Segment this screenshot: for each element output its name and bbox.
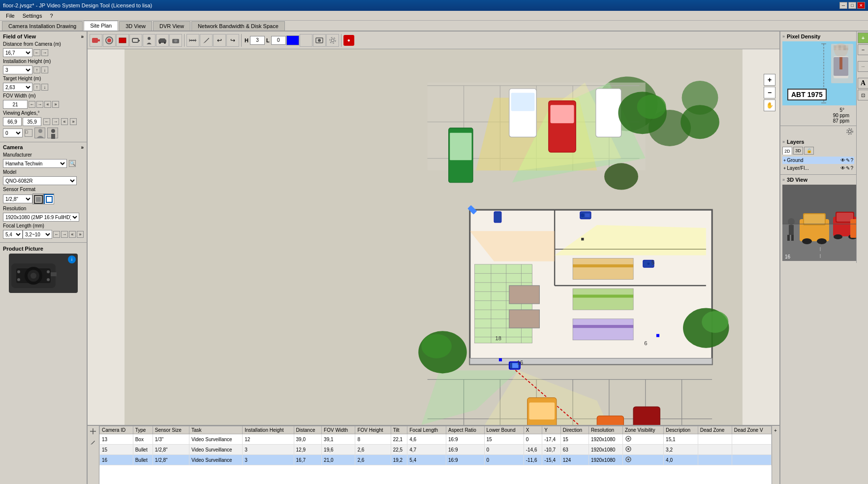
toolbar-settings-btn[interactable] bbox=[326, 34, 339, 47]
install-height-down-btn[interactable]: ↓ bbox=[41, 66, 48, 73]
layer-floor-help-icon[interactable]: ? bbox=[850, 165, 853, 171]
focal-length-range-select[interactable]: 3,2~10 bbox=[23, 230, 52, 239]
angle-left2-btn[interactable]: « bbox=[61, 118, 68, 125]
right-remove-btn[interactable]: − bbox=[858, 44, 868, 55]
close-button[interactable]: ✕ bbox=[857, 2, 865, 9]
focal-length-select[interactable]: 5,4 bbox=[3, 230, 23, 239]
color-picker[interactable] bbox=[286, 35, 299, 45]
menu-settings[interactable]: Settings bbox=[19, 12, 46, 20]
tab-dvr-view[interactable]: DVR View bbox=[153, 21, 190, 31]
fov-width-right-btn[interactable]: → bbox=[36, 101, 43, 108]
layer-ground-help-icon[interactable]: ? bbox=[850, 158, 853, 163]
toolbar-draw-btn[interactable] bbox=[200, 34, 213, 47]
person-icon2[interactable] bbox=[47, 128, 58, 138]
expand-icon[interactable]: » bbox=[782, 34, 785, 39]
maximize-button[interactable]: □ bbox=[848, 2, 856, 9]
minimize-button[interactable]: ─ bbox=[839, 2, 847, 9]
toolbar-btn-car[interactable] bbox=[156, 34, 169, 47]
toolbar-camera-view-btn[interactable] bbox=[313, 34, 326, 47]
viewing-angle1-input[interactable] bbox=[3, 117, 22, 126]
install-height-up-btn[interactable]: ↑ bbox=[33, 66, 40, 73]
height-input[interactable]: 3 bbox=[250, 36, 265, 45]
layer-ground[interactable]: + Ground 👁 ✎ ? bbox=[782, 157, 854, 164]
layers-lock-btn[interactable]: 🔒 bbox=[804, 147, 814, 155]
length-input[interactable]: 0 bbox=[271, 36, 286, 45]
table-add-row-btn[interactable] bbox=[88, 426, 98, 437]
fov-width-left2-btn[interactable]: « bbox=[44, 101, 51, 108]
toolbar-btn-camera1[interactable] bbox=[90, 34, 102, 47]
table-scroll-area[interactable]: Camera ID Type Sensor Size Task Installa… bbox=[99, 426, 772, 484]
pd-settings-btn[interactable] bbox=[845, 127, 854, 136]
angle-right2-btn[interactable]: » bbox=[70, 118, 77, 125]
fov-width-left-btn[interactable]: ← bbox=[29, 101, 35, 108]
menu-help[interactable]: ? bbox=[46, 12, 57, 20]
table-row[interactable]: 13Box1/3"Video Surveillance1239,039,1822… bbox=[100, 434, 772, 445]
focal-right-btn[interactable]: → bbox=[61, 231, 68, 238]
resolution-select[interactable]: 1920x1080 (2MP 16:9 FullHD) bbox=[3, 213, 79, 222]
tab-3d-view[interactable]: 3D View bbox=[119, 21, 152, 31]
tab-site-plan[interactable]: Site Plan bbox=[84, 21, 118, 31]
toolbar-btn-camera2[interactable] bbox=[103, 34, 116, 47]
layer-floor-expand[interactable]: + bbox=[783, 166, 786, 171]
view3d-expand-icon[interactable]: » bbox=[782, 177, 785, 182]
menu-file[interactable]: File bbox=[2, 12, 19, 20]
camera-collapse-btn[interactable]: » bbox=[81, 145, 84, 150]
layers-2d-btn[interactable]: 2D bbox=[782, 147, 792, 155]
viewing-angle2-input[interactable] bbox=[23, 117, 41, 126]
person-scale-select[interactable]: 0 bbox=[3, 129, 23, 137]
right-text-btn[interactable]: A bbox=[858, 78, 868, 89]
layer-ground-edit-icon[interactable]: ✎ bbox=[846, 158, 850, 163]
target-height-select[interactable]: 2,63 bbox=[3, 83, 32, 92]
distance-select[interactable]: 16,7 bbox=[3, 48, 32, 57]
view3d-canvas[interactable]: 16 bbox=[782, 185, 856, 261]
table-row[interactable]: 15Bullet1/2,8"Video Surveillance312,919,… bbox=[100, 445, 772, 455]
right-add-btn[interactable]: + bbox=[858, 32, 868, 43]
focal-left-btn[interactable]: ← bbox=[53, 231, 60, 238]
distance-left-btn[interactable]: ← bbox=[33, 49, 40, 56]
layer-floor-visible-icon[interactable]: 👁 bbox=[840, 165, 845, 171]
zoom-out-btn[interactable]: − bbox=[764, 87, 775, 98]
site-plan-canvas[interactable]: 18 16 6 5 ■ + − ✋ bbox=[88, 49, 779, 425]
table-edit-btn[interactable] bbox=[88, 437, 98, 448]
layers-3d-btn[interactable]: 3D bbox=[793, 147, 803, 155]
person-toggle-btn[interactable]: □ bbox=[25, 129, 32, 137]
pan-btn[interactable]: ✋ bbox=[764, 99, 775, 111]
sensor-icon2[interactable] bbox=[43, 194, 54, 204]
angle-left-btn[interactable]: ← bbox=[43, 118, 50, 125]
focal-right2-btn[interactable]: » bbox=[77, 231, 84, 238]
toolbar-btn-rect[interactable] bbox=[116, 34, 129, 47]
table-row[interactable]: 16Bullet1/2,8"Video Surveillance316,721,… bbox=[100, 455, 772, 465]
toolbar-color2-btn[interactable] bbox=[300, 34, 312, 47]
manufacturer-select[interactable]: Hanwha Techwin bbox=[3, 159, 67, 168]
install-height-select[interactable]: 3 bbox=[3, 65, 32, 74]
focal-left2-btn[interactable]: « bbox=[69, 231, 76, 238]
product-info-btn[interactable]: i bbox=[68, 256, 76, 263]
fov-width-input[interactable]: 21 bbox=[3, 100, 28, 109]
fov-collapse-btn[interactable]: » bbox=[81, 34, 84, 39]
layer-floor-edit-icon[interactable]: ✎ bbox=[846, 165, 850, 171]
zoom-in-btn[interactable]: + bbox=[764, 74, 775, 86]
layer-floor[interactable]: + Layer/Fl... 👁 ✎ ? bbox=[782, 164, 854, 172]
toolbar-btn-camera4[interactable] bbox=[169, 34, 182, 47]
toolbar-undo-btn[interactable]: ↩ bbox=[213, 34, 226, 47]
toolbar-btn-person[interactable] bbox=[143, 34, 155, 47]
right-crop-btn[interactable]: ⊡ bbox=[858, 90, 868, 100]
title-bar-controls[interactable]: ─ □ ✕ bbox=[839, 2, 865, 9]
person-icon1[interactable] bbox=[34, 128, 45, 138]
target-height-up-btn[interactable]: ↑ bbox=[33, 84, 40, 91]
angle-right-btn[interactable]: → bbox=[52, 118, 59, 125]
sensor-icon1[interactable] bbox=[32, 194, 43, 204]
sensor-format-select[interactable]: 1/2,8" bbox=[3, 194, 32, 203]
target-height-down-btn[interactable]: ↓ bbox=[41, 84, 48, 91]
layer-ground-visible-icon[interactable]: 👁 bbox=[840, 158, 845, 163]
toolbar-btn-camera3[interactable] bbox=[129, 34, 142, 47]
model-select[interactable]: QNO-6082R bbox=[3, 176, 77, 185]
layers-expand-icon[interactable]: » bbox=[782, 139, 785, 144]
tab-camera-installation[interactable]: Camera Installation Drawing bbox=[2, 21, 83, 31]
table-add-col-btn[interactable]: + bbox=[772, 427, 779, 434]
fov-width-right2-btn[interactable]: » bbox=[52, 101, 59, 108]
manufacturer-search-btn[interactable]: 🔍 bbox=[69, 160, 76, 167]
right-dots-btn[interactable]: ··· bbox=[858, 61, 868, 72]
record-btn[interactable]: ● bbox=[343, 35, 354, 46]
distance-right-btn[interactable]: → bbox=[41, 49, 48, 56]
